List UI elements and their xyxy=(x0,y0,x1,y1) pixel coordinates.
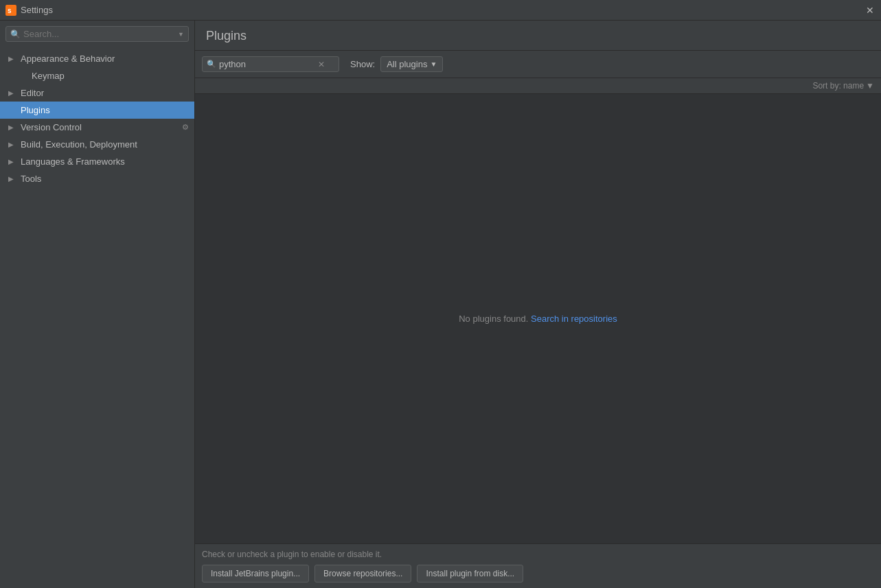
sidebar-item-languages-arrow: ▶ xyxy=(8,158,16,165)
sidebar-search-input[interactable] xyxy=(23,29,175,39)
sidebar-items: ▶ Appearance & Behavior Keymap ▶ Editor … xyxy=(0,47,194,588)
sort-bar: Sort by: name ▼ xyxy=(195,78,881,94)
plugin-search-icon: 🔍 xyxy=(207,60,216,69)
show-dropdown-arrow: ▼ xyxy=(430,60,437,68)
content-area: Plugins 🔍 ✕ Show: All plugins ▼ Sort by:… xyxy=(195,21,881,588)
sidebar-item-tools[interactable]: ▶ Tools xyxy=(0,170,194,187)
window-title: Settings xyxy=(21,5,53,15)
search-in-repositories-link[interactable]: Search in repositories xyxy=(531,314,617,324)
sidebar-item-plugins[interactable]: Plugins xyxy=(0,102,194,119)
app-icon: s xyxy=(5,5,16,16)
check-text: Check or uncheck a plugin to enable or d… xyxy=(202,550,874,559)
plugins-toolbar: 🔍 ✕ Show: All plugins ▼ xyxy=(195,51,881,78)
plugin-list-area: No plugins found. Search in repositories xyxy=(195,94,881,543)
sidebar-item-build-execution[interactable]: ▶ Build, Execution, Deployment xyxy=(0,136,194,153)
sidebar-item-editor-label: Editor xyxy=(21,88,189,98)
sidebar-item-editor[interactable]: ▶ Editor xyxy=(0,84,194,102)
sidebar-item-keymap[interactable]: Keymap xyxy=(0,67,194,84)
sidebar-item-keymap-label: Keymap xyxy=(32,71,189,81)
sidebar-search-box[interactable]: 🔍 ▼ xyxy=(5,26,189,42)
sidebar-item-version-control[interactable]: ▶ Version Control ⚙ xyxy=(0,119,194,136)
no-plugins-text: No plugins found. xyxy=(459,314,531,324)
sort-by-name-button[interactable]: Sort by: name ▼ xyxy=(812,81,874,91)
sidebar-item-appearance-behavior[interactable]: ▶ Appearance & Behavior xyxy=(0,50,194,67)
sidebar-item-appearance-arrow: ▶ xyxy=(8,55,16,62)
no-plugins-message: No plugins found. Search in repositories xyxy=(459,314,617,324)
sidebar-item-version-control-icon: ⚙ xyxy=(182,123,189,132)
title-bar-left: s Settings xyxy=(5,5,53,16)
show-label: Show: xyxy=(350,59,375,69)
sidebar-item-tools-arrow: ▶ xyxy=(8,175,16,183)
install-from-disk-button[interactable]: Install plugin from disk... xyxy=(417,565,523,583)
install-jetbrains-button[interactable]: Install JetBrains plugin... xyxy=(202,565,309,583)
action-buttons: Install JetBrains plugin... Browse repos… xyxy=(202,565,874,583)
sidebar-item-languages-frameworks[interactable]: ▶ Languages & Frameworks xyxy=(0,153,194,170)
sidebar-item-languages-label: Languages & Frameworks xyxy=(21,156,189,167)
browse-repositories-button[interactable]: Browse repositories... xyxy=(314,565,411,583)
bottom-toolbar: Check or uncheck a plugin to enable or d… xyxy=(195,543,881,588)
sidebar-item-appearance-label: Appearance & Behavior xyxy=(21,54,189,64)
title-bar: s Settings ✕ xyxy=(0,0,881,21)
sort-by-name-label: Sort by: name xyxy=(812,81,864,91)
sidebar-search-dropdown-icon[interactable]: ▼ xyxy=(178,31,184,38)
show-dropdown[interactable]: All plugins ▼ xyxy=(380,56,443,72)
plugin-search-field[interactable]: 🔍 ✕ xyxy=(202,56,339,72)
sidebar-item-version-control-arrow: ▶ xyxy=(8,124,16,131)
sidebar-search-icon: 🔍 xyxy=(10,30,21,39)
svg-text:s: s xyxy=(8,7,12,14)
main-container: 🔍 ▼ ▶ Appearance & Behavior Keymap ▶ Edi… xyxy=(0,21,881,588)
sidebar-item-version-control-label: Version Control xyxy=(21,122,178,132)
sidebar-item-build-execution-label: Build, Execution, Deployment xyxy=(21,139,189,150)
sort-arrow-icon: ▼ xyxy=(866,81,874,91)
page-header: Plugins xyxy=(195,21,881,51)
sidebar: 🔍 ▼ ▶ Appearance & Behavior Keymap ▶ Edi… xyxy=(0,21,195,588)
sidebar-item-plugins-label: Plugins xyxy=(21,105,189,115)
page-title: Plugins xyxy=(206,29,247,43)
sidebar-item-build-execution-arrow: ▶ xyxy=(8,141,16,148)
plugin-search-clear-button[interactable]: ✕ xyxy=(318,60,325,69)
sidebar-item-tools-label: Tools xyxy=(21,174,189,184)
show-dropdown-value: All plugins xyxy=(387,59,427,69)
sidebar-item-editor-arrow: ▶ xyxy=(8,89,16,97)
close-button[interactable]: ✕ xyxy=(865,5,876,16)
plugin-search-input[interactable] xyxy=(219,59,315,69)
